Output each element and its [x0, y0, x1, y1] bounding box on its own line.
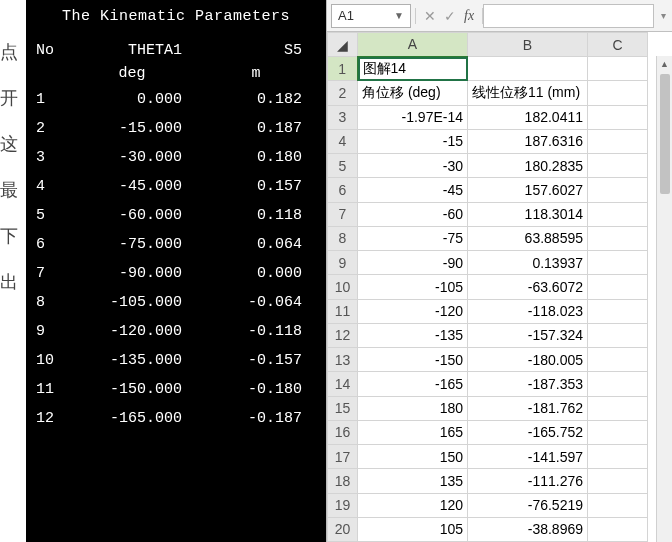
cell[interactable]: -187.353	[468, 372, 588, 396]
cell[interactable]: 63.88595	[468, 226, 588, 250]
cell[interactable]: -157.324	[468, 323, 588, 347]
cell[interactable]	[588, 105, 648, 129]
scroll-thumb[interactable]	[660, 74, 670, 194]
cell[interactable]: 105	[358, 517, 468, 541]
row-header[interactable]: 5	[328, 154, 358, 178]
row-header[interactable]: 8	[328, 226, 358, 250]
cell[interactable]: -90	[358, 251, 468, 275]
accept-button[interactable]: ✓	[444, 8, 456, 24]
col-header-a[interactable]: A	[358, 33, 468, 57]
fx-icon[interactable]: fx	[464, 8, 474, 24]
row-header[interactable]: 18	[328, 469, 358, 493]
row-header[interactable]: 1	[328, 57, 358, 81]
cell[interactable]	[588, 81, 648, 105]
cancel-button[interactable]: ✕	[424, 8, 436, 24]
cell[interactable]	[588, 178, 648, 202]
cell[interactable]: -141.597	[468, 445, 588, 469]
scroll-up-icon[interactable]: ▲	[660, 56, 669, 72]
table-row[interactable]: 5-30180.2835	[328, 154, 648, 178]
select-all-corner[interactable]: ◢	[328, 33, 358, 57]
row-header[interactable]: 12	[328, 323, 358, 347]
cell[interactable]: 180	[358, 396, 468, 420]
cell[interactable]: -150	[358, 348, 468, 372]
row-header[interactable]: 10	[328, 275, 358, 299]
cell[interactable]: 157.6027	[468, 178, 588, 202]
cell[interactable]	[588, 493, 648, 517]
cell[interactable]	[588, 372, 648, 396]
cell[interactable]	[588, 348, 648, 372]
cell[interactable]	[588, 129, 648, 153]
row-header[interactable]: 20	[328, 517, 358, 541]
row-header[interactable]: 3	[328, 105, 358, 129]
cell[interactable]	[588, 396, 648, 420]
table-row[interactable]: 12-135-157.324	[328, 323, 648, 347]
table-row[interactable]: 10-105-63.6072	[328, 275, 648, 299]
cell[interactable]: -120	[358, 299, 468, 323]
cell[interactable]: -165.752	[468, 420, 588, 444]
cell[interactable]	[588, 420, 648, 444]
spreadsheet-grid[interactable]: ◢ A B C 1图解142角位移 (deg)线性位移11 (mm)3-1.97…	[327, 32, 648, 542]
row-header[interactable]: 9	[328, 251, 358, 275]
cell[interactable]: -135	[358, 323, 468, 347]
cell[interactable]: -60	[358, 202, 468, 226]
cell[interactable]	[588, 517, 648, 541]
table-row[interactable]: 18135-111.276	[328, 469, 648, 493]
cell[interactable]	[588, 57, 648, 81]
cell[interactable]	[588, 275, 648, 299]
cell[interactable]	[588, 154, 648, 178]
table-row[interactable]: 17150-141.597	[328, 445, 648, 469]
col-header-c[interactable]: C	[588, 33, 648, 57]
cell[interactable]: -181.762	[468, 396, 588, 420]
vertical-scrollbar[interactable]: ▲	[656, 56, 672, 542]
table-row[interactable]: 20105-38.8969	[328, 517, 648, 541]
row-header[interactable]: 6	[328, 178, 358, 202]
table-row[interactable]: 8-7563.88595	[328, 226, 648, 250]
cell[interactable]: -76.5219	[468, 493, 588, 517]
table-row[interactable]: 6-45157.6027	[328, 178, 648, 202]
cell[interactable]: 120	[358, 493, 468, 517]
cell[interactable]	[588, 202, 648, 226]
row-header[interactable]: 2	[328, 81, 358, 105]
table-row[interactable]: 13-150-180.005	[328, 348, 648, 372]
table-row[interactable]: 2角位移 (deg)线性位移11 (mm)	[328, 81, 648, 105]
cell[interactable]: -105	[358, 275, 468, 299]
cell[interactable]	[588, 299, 648, 323]
cell[interactable]: 0.13937	[468, 251, 588, 275]
cell[interactable]	[588, 251, 648, 275]
cell[interactable]: 118.3014	[468, 202, 588, 226]
row-header[interactable]: 7	[328, 202, 358, 226]
cell[interactable]: 角位移 (deg)	[358, 81, 468, 105]
cell[interactable]: 135	[358, 469, 468, 493]
cell[interactable]: 182.0411	[468, 105, 588, 129]
cell[interactable]: -75	[358, 226, 468, 250]
table-row[interactable]: 3-1.97E-14182.0411	[328, 105, 648, 129]
cell[interactable]: -165	[358, 372, 468, 396]
expand-icon[interactable]: ▾	[658, 10, 672, 21]
cell[interactable]: 187.6316	[468, 129, 588, 153]
row-header[interactable]: 11	[328, 299, 358, 323]
row-header[interactable]: 14	[328, 372, 358, 396]
cell[interactable]	[588, 445, 648, 469]
row-header[interactable]: 19	[328, 493, 358, 517]
cell[interactable]: 165	[358, 420, 468, 444]
row-header[interactable]: 17	[328, 445, 358, 469]
cell[interactable]: -118.023	[468, 299, 588, 323]
cell[interactable]: 图解14	[358, 57, 468, 81]
cell[interactable]: -38.8969	[468, 517, 588, 541]
cell[interactable]	[468, 57, 588, 81]
table-row[interactable]: 7-60118.3014	[328, 202, 648, 226]
table-row[interactable]: 4-15187.6316	[328, 129, 648, 153]
col-header-b[interactable]: B	[468, 33, 588, 57]
cell[interactable]: 线性位移11 (mm)	[468, 81, 588, 105]
formula-input[interactable]	[483, 4, 654, 28]
table-row[interactable]: 14-165-187.353	[328, 372, 648, 396]
row-header[interactable]: 4	[328, 129, 358, 153]
cell[interactable]: -15	[358, 129, 468, 153]
cell[interactable]: -111.276	[468, 469, 588, 493]
cell[interactable]: -30	[358, 154, 468, 178]
cell[interactable]: 180.2835	[468, 154, 588, 178]
row-header[interactable]: 15	[328, 396, 358, 420]
table-row[interactable]: 11-120-118.023	[328, 299, 648, 323]
cell[interactable]: -63.6072	[468, 275, 588, 299]
name-box[interactable]: A1 ▼	[331, 4, 411, 28]
